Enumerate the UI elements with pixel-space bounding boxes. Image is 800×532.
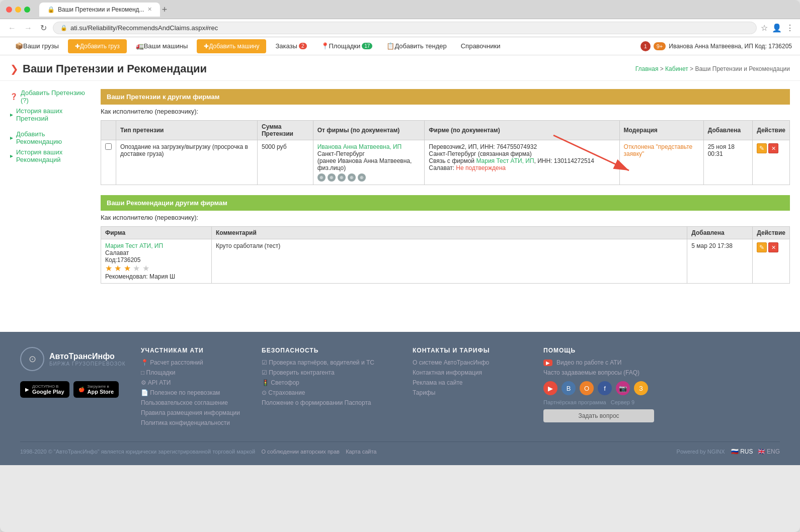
instagram-social-icon[interactable]: 📷 — [616, 381, 630, 395]
claim-from-firm[interactable]: Иванова Анна Матвеевна, ИП — [317, 143, 402, 150]
claim-contact-link[interactable]: Мария Тест АТИ, ИП — [476, 157, 534, 164]
vk-social-icon[interactable]: В — [562, 381, 576, 395]
sidebar-claim-history[interactable]: ▸ История ваших Претензий — [10, 107, 91, 122]
footer-link-distances[interactable]: 📍 Расчет расстояний — [141, 359, 252, 366]
nav-places[interactable]: 📍 Площадки 17 — [314, 37, 380, 55]
user-avatar-icon[interactable]: 👤 — [772, 23, 782, 33]
zen-social-icon[interactable]: З — [634, 381, 648, 395]
footer-link-about[interactable]: О системе АвтоТрансИнфо — [413, 359, 533, 366]
breadcrumb-home[interactable]: Главная — [635, 65, 659, 72]
nav-right: ☆ 👤 ⋮ — [761, 23, 794, 33]
nav-reference[interactable]: Справочники — [454, 37, 508, 55]
facebook-social-icon[interactable]: f — [598, 381, 612, 395]
copyright-link[interactable]: О соблюдении авторских прав — [261, 449, 339, 455]
forward-button[interactable]: → — [22, 23, 34, 34]
footer-link-verify-partners[interactable]: ☑ Проверка партнёров, водителей и ТС — [262, 359, 403, 366]
content-area: Ваши Претензии к другим фирмам Как испол… — [101, 89, 790, 284]
footer-col-help-title: ПОМОЩЬ — [543, 347, 654, 354]
back-button[interactable]: ← — [6, 23, 18, 34]
footer-link-traffic-light[interactable]: 🚦 Светофор — [262, 379, 403, 386]
footer-link-passport[interactable]: Положение о формировании Паспорта — [262, 399, 403, 406]
claim-actions: ✎ ✕ — [757, 143, 785, 153]
claim-edit-button[interactable]: ✎ — [757, 143, 767, 153]
claim-moderation-status: Отклонена "представьте заявку" — [624, 143, 693, 157]
star-3: ★ — [124, 264, 131, 273]
footer-grid: ⊙ АвтоТрансИнфо БИРЖА ГРУЗОПЕРЕВОЗОК ▶ Д… — [20, 347, 780, 429]
claim-delete-button[interactable]: ✕ — [768, 143, 778, 153]
rec-edit-button[interactable]: ✎ — [757, 242, 767, 252]
reload-button[interactable]: ↻ — [38, 22, 49, 34]
col-type: Тип претензии — [116, 121, 258, 140]
page-header: ❯ Ваши Претензии и Рекомендации Главная … — [0, 55, 800, 81]
orders-badge: 2 — [299, 43, 307, 49]
footer-link-video[interactable]: ▶ Видео по работе с АТИ — [543, 359, 654, 366]
footer-link-insurance[interactable]: ⊙ Страхование — [262, 389, 403, 396]
menu-icon[interactable]: ⋮ — [786, 23, 794, 33]
nav-add-tender[interactable]: 📋 Добавить тендер — [379, 37, 453, 55]
sitemap-link[interactable]: Карта сайта — [346, 449, 376, 455]
col-added: Добавлена — [703, 121, 753, 140]
rec-delete-button[interactable]: ✕ — [768, 242, 778, 252]
footer-link-privacy[interactable]: Политика конфиденциальности — [141, 419, 252, 426]
eng-lang[interactable]: 🇬🇧 ENG — [758, 448, 780, 455]
claim-checkbox[interactable] — [105, 143, 112, 150]
youtube-social-icon[interactable]: ▶ — [543, 381, 557, 395]
footer-col-contacts: КОНТАКТЫ И ТАРИФЫ О системе АвтоТрансИнф… — [413, 347, 533, 429]
rec-firm-name[interactable]: Мария Тест АТИ, ИП — [105, 242, 163, 249]
footer-logo-main: ⊙ АвтоТрансИнфо БИРЖА ГРУЗОПЕРЕВОЗОК — [20, 347, 131, 371]
sidebar-add-rec[interactable]: ▸ Добавить Рекомендацию — [10, 130, 91, 145]
table-row: Мария Тест АТИ, ИП Салават Код:1736205 ★… — [101, 239, 790, 284]
rec-comment: Круто сработали (тест) — [216, 242, 280, 249]
close-button[interactable] — [6, 7, 12, 13]
app-store-badge[interactable]: 🍎 Загрузите в App Store — [73, 381, 119, 398]
claims-section-header: Ваши Претензии к другим фирмам — [101, 89, 790, 105]
footer-link-faq[interactable]: Часто задаваемые вопросы (FAQ) — [543, 369, 654, 376]
appstore-top: Загрузите в — [88, 384, 114, 389]
messages-badge[interactable]: 9+ — [654, 42, 666, 50]
footer-logo-icon: ⊙ — [20, 347, 44, 371]
breadcrumb-cabinet[interactable]: Кабинет — [665, 65, 688, 72]
rec-history-icon: ▸ — [10, 152, 13, 159]
rec-date: 5 мар 20 17:38 — [691, 242, 733, 249]
places-icon: 📍 — [321, 42, 329, 50]
footer-logo-text: АвтоТрансИнфо — [49, 352, 126, 361]
footer-link-contact-info[interactable]: Контактная информация — [413, 369, 533, 376]
footer-link-places[interactable]: □ Площадки — [141, 369, 252, 376]
claim-action-cell: ✎ ✕ — [753, 140, 790, 185]
footer-link-verify-counterpart[interactable]: ☑ Проверить контрагента — [262, 369, 403, 376]
minimize-button[interactable] — [15, 7, 21, 13]
bell-icon[interactable]: 1 — [641, 41, 651, 51]
nav-orders[interactable]: Заказы 2 — [268, 37, 313, 55]
nav-your-trucks[interactable]: 🚛 Ваши машины — [129, 37, 195, 55]
footer-link-api[interactable]: ⚙ API АТИ — [141, 379, 252, 386]
col-amount: Сумма Претензии — [257, 121, 313, 140]
rec-date-cell: 5 мар 20 17:38 — [687, 239, 753, 284]
social-icons: ▶ В О f 📷 З — [543, 381, 654, 395]
url-bar[interactable]: 🔒 ati.su/Reliability/RecommendsAndClaims… — [53, 22, 757, 34]
active-tab[interactable]: 🔒 Ваши Претензии и Рекоменд... ✕ — [39, 3, 160, 17]
ok-social-icon[interactable]: О — [580, 381, 594, 395]
claims-table-header-row: Тип претензии Сумма Претензии От фирмы (… — [101, 121, 790, 140]
traffic-lights — [6, 7, 30, 13]
ask-question-button[interactable]: Задать вопрос — [543, 409, 654, 422]
sidebar-rec-history[interactable]: ▸ История ваших Рекомендаций — [10, 148, 91, 163]
footer-link-user-agree[interactable]: Пользовательское соглашение — [141, 399, 252, 406]
maximize-button[interactable] — [24, 7, 30, 13]
nav-add-truck[interactable]: ✚ Добавить машину — [197, 39, 266, 53]
new-tab-button[interactable]: + — [162, 5, 168, 14]
google-play-badge[interactable]: ▶ ДОСТУПНО В Google Play — [20, 381, 69, 398]
footer-link-useful[interactable]: 📄 Полезное по перевозкам — [141, 389, 252, 396]
col-checkbox — [101, 121, 116, 140]
footer-link-advertising[interactable]: Реклама на сайте — [413, 379, 533, 386]
footer-link-placement-rules[interactable]: Правила размещения информации — [141, 409, 252, 416]
nav-your-loads[interactable]: 📦 Ваши грузы — [8, 37, 66, 55]
footer-link-tariffs[interactable]: Тарифы — [413, 389, 533, 396]
sidebar-add-claim[interactable]: ❓ Добавить Претензию (?) — [10, 89, 91, 104]
nav-add-load[interactable]: ✚ Добавить груз — [68, 39, 127, 53]
breadcrumb-current: Ваши Претензии и Рекомендации — [695, 65, 790, 72]
claim-from-city: Санкт-Петербург — [317, 150, 365, 157]
tab-close-button[interactable]: ✕ — [147, 6, 152, 13]
rus-lang[interactable]: 🇷🇺 RUS — [731, 448, 753, 455]
add-rec-label: Добавить Рекомендацию — [16, 130, 91, 145]
bookmark-icon[interactable]: ☆ — [761, 23, 768, 33]
